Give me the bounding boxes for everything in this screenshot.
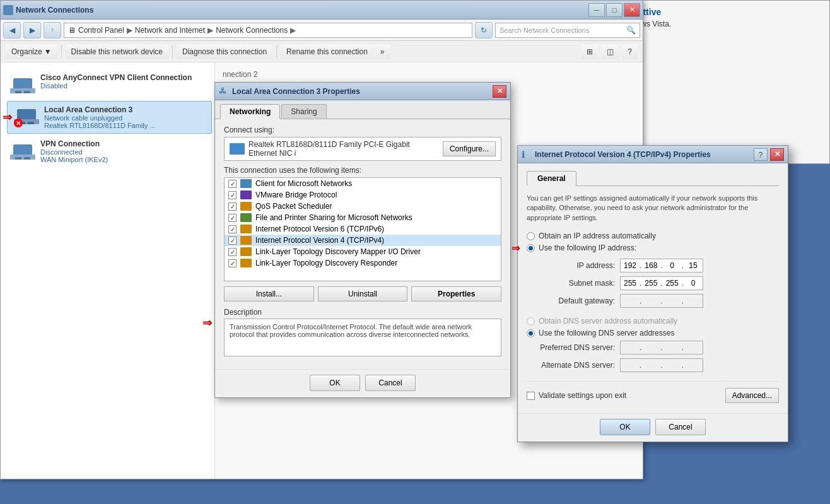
ip-seg-2[interactable] — [641, 259, 660, 272]
subnet-input[interactable]: . . . — [620, 276, 703, 290]
refresh-button[interactable]: ↻ — [475, 22, 493, 38]
checkbox-6[interactable]: ✓ — [228, 248, 237, 256]
subnet-seg-3[interactable] — [663, 277, 682, 290]
ipv4-arrow: ⇒ — [511, 242, 520, 254]
subnet-seg-2[interactable] — [641, 277, 660, 290]
use-dns-row[interactable]: Use the following DNS server addresses — [527, 329, 779, 337]
install-button[interactable]: Install... — [224, 286, 314, 302]
ip-address-input[interactable]: . . . — [620, 259, 703, 273]
help-button[interactable]: ? — [622, 44, 638, 60]
properties-ok-button[interactable]: OK — [310, 375, 360, 391]
ipv4-help-button[interactable]: ? — [754, 148, 768, 161]
obtain-auto-radio[interactable] — [527, 232, 535, 240]
ip-seg-3[interactable] — [663, 259, 682, 272]
tab-networking[interactable]: Networking — [220, 104, 280, 119]
ipv4-close-button[interactable]: ✕ — [770, 148, 784, 161]
validate-row: Validate settings upon exit Advanced... — [527, 381, 779, 403]
adns-seg-1[interactable] — [621, 359, 640, 372]
disable-button[interactable]: Disable this network device — [66, 44, 168, 60]
obtain-dns-radio[interactable] — [527, 317, 535, 325]
path-icon: 🖥 — [68, 26, 76, 35]
network-item-local[interactable]: ⇒ ✕ Local Area Connection 3 Network cabl… — [7, 101, 212, 134]
list-item-1[interactable]: ✓ VMware Bridge Protocol — [225, 189, 501, 201]
obtain-auto-row[interactable]: Obtain an IP address automatically — [527, 231, 779, 240]
path-part-1[interactable]: Control Panel — [78, 26, 124, 35]
checkbox-5[interactable]: ✓ — [228, 237, 237, 245]
ip-seg-1[interactable] — [621, 259, 640, 272]
gw-seg-4[interactable] — [684, 295, 703, 307]
list-item-5[interactable]: ✓ Internet Protocol Version 4 (TCP/IPv4) — [225, 235, 501, 246]
ipv4-tab-general[interactable]: General — [527, 171, 576, 186]
close-button[interactable]: ✕ — [624, 3, 640, 17]
search-box[interactable]: Search Network Connections 🔍 — [495, 23, 640, 38]
toolbar-sep-1 — [61, 45, 62, 58]
path-sep-2: ▶ — [208, 26, 213, 35]
checkbox-4[interactable]: ✓ — [228, 225, 237, 233]
view-button[interactable]: ⊞ — [581, 44, 599, 60]
adns-seg-2[interactable] — [641, 359, 660, 372]
list-item-3[interactable]: ✓ File and Printer Sharing for Microsoft… — [225, 212, 501, 223]
list-item-2[interactable]: ✓ QoS Packet Scheduler — [225, 201, 501, 212]
svg-rect-1 — [10, 88, 35, 93]
organize-button[interactable]: Organize ▼ — [6, 44, 57, 60]
pane-button[interactable]: ◫ — [601, 44, 619, 60]
subnet-seg-4[interactable] — [684, 277, 703, 290]
adns-seg-4[interactable] — [684, 359, 703, 372]
list-item-6[interactable]: ✓ Link-Layer Topology Discovery Mapper I… — [225, 246, 501, 257]
use-following-radio[interactable] — [527, 244, 535, 252]
ip-seg-4[interactable] — [684, 259, 703, 272]
search-icon[interactable]: 🔍 — [626, 26, 636, 35]
adns-seg-3[interactable] — [663, 359, 682, 372]
cisco-icon — [10, 73, 35, 95]
pdns-seg-3[interactable] — [663, 341, 682, 354]
bg-title: luttive — [635, 7, 823, 17]
list-item-0[interactable]: ✓ Client for Microsoft Networks — [225, 178, 501, 189]
checkbox-0[interactable]: ✓ — [228, 180, 237, 188]
uninstall-button[interactable]: Uninstall — [318, 286, 408, 302]
properties-close-button[interactable]: ✕ — [493, 85, 506, 98]
properties-button[interactable]: Properties — [411, 286, 501, 302]
more-button[interactable]: » — [375, 44, 390, 60]
pdns-seg-1[interactable] — [621, 341, 640, 354]
subnet-seg-1[interactable] — [621, 277, 640, 290]
gw-seg-3[interactable] — [663, 295, 682, 307]
maximize-button[interactable]: □ — [606, 3, 622, 17]
checkbox-7[interactable]: ✓ — [228, 259, 237, 267]
obtain-dns-row[interactable]: Obtain DNS server address automatically — [527, 317, 779, 325]
pdns-seg-4[interactable] — [684, 341, 703, 354]
use-following-row[interactable]: Use the following IP address: — [527, 243, 636, 252]
back-button[interactable]: ◀ — [3, 22, 21, 38]
up-button[interactable]: ↑ — [44, 22, 61, 38]
rename-button[interactable]: Rename this connection — [281, 44, 373, 60]
tab-sharing[interactable]: Sharing — [281, 104, 326, 119]
forward-button[interactable]: ▶ — [23, 22, 41, 38]
preferred-dns-input[interactable]: . . . — [620, 341, 703, 355]
pdns-seg-2[interactable] — [641, 341, 660, 354]
configure-button[interactable]: Configure... — [443, 141, 496, 156]
gateway-input[interactable]: . . . — [620, 294, 703, 308]
network-item-cisco[interactable]: Cisco AnyConnect VPN Client Connection D… — [3, 69, 212, 100]
ipv4-cancel-button[interactable]: Cancel — [655, 419, 706, 435]
network-item-vpn[interactable]: VPN Connection Disconnected WAN Miniport… — [3, 135, 212, 168]
path-part-3[interactable]: Network Connections — [216, 26, 288, 35]
minimize-button[interactable]: ─ — [588, 3, 605, 17]
validate-checkbox[interactable] — [527, 392, 535, 400]
gw-seg-2[interactable] — [641, 295, 660, 307]
checkbox-2[interactable]: ✓ — [228, 202, 237, 211]
gw-seg-1[interactable] — [621, 295, 640, 307]
properties-cancel-button[interactable]: Cancel — [365, 375, 416, 391]
path-part-2[interactable]: Network and Internet — [135, 26, 205, 35]
use-following-row-wrapper: ⇒ Use the following IP address: — [527, 243, 779, 252]
alternate-dns-input[interactable]: . . . — [620, 358, 703, 372]
dns-fields: Preferred DNS server: . . . Alternate DN… — [539, 341, 779, 372]
diagnose-button[interactable]: Diagnose this connection — [177, 44, 272, 60]
checkbox-3[interactable]: ✓ — [228, 214, 237, 222]
address-path[interactable]: 🖥 Control Panel ▶ Network and Internet ▶… — [64, 23, 472, 38]
use-dns-radio[interactable] — [527, 329, 535, 337]
checkbox-1[interactable]: ✓ — [228, 191, 237, 199]
advanced-button[interactable]: Advanced... — [725, 388, 779, 403]
list-item-4[interactable]: ✓ Internet Protocol Version 6 (TCP/IPv6) — [225, 223, 501, 235]
ipv4-ok-button[interactable]: OK — [600, 419, 650, 435]
items-list: ✓ Client for Microsoft Networks ✓ VMware… — [224, 177, 501, 281]
list-item-7[interactable]: ✓ Link-Layer Topology Discovery Responde… — [225, 257, 501, 269]
